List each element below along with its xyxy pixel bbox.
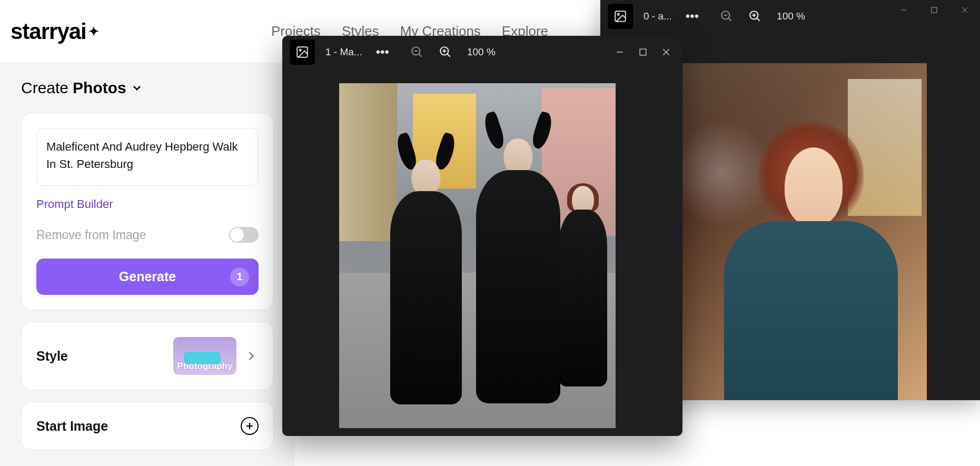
viewer2-title: 0 - a... — [644, 11, 672, 22]
add-start-image-button[interactable] — [241, 417, 259, 435]
prompt-card: Prompt Builder Remove from Image Generat… — [21, 113, 274, 310]
viewer1-app-icon[interactable] — [290, 39, 315, 65]
create-label: Create — [21, 79, 68, 97]
viewer1-title: 1 - Ma... — [325, 46, 362, 58]
close-button[interactable] — [949, 0, 980, 20]
viewer1-zoom-percent: 100 % — [467, 46, 496, 58]
generate-label: Generate — [119, 269, 176, 284]
minimize-icon — [900, 7, 907, 13]
maximize-icon — [639, 48, 647, 56]
image-icon — [295, 45, 309, 59]
viewer1-window-controls — [616, 48, 675, 56]
minimize-button[interactable] — [888, 0, 919, 20]
viewer1-image — [339, 83, 616, 428]
zoom-in-icon[interactable] — [748, 9, 762, 23]
chevron-right-icon — [244, 349, 259, 363]
prompt-input[interactable] — [36, 128, 259, 186]
svg-line-18 — [419, 54, 421, 56]
svg-point-3 — [618, 14, 619, 15]
svg-line-8 — [757, 18, 759, 21]
image-icon — [613, 9, 627, 23]
generate-count-badge: 1 — [230, 267, 249, 286]
viewer1-more-button[interactable]: ••• — [376, 45, 389, 60]
close-button[interactable] — [662, 48, 670, 56]
zoom-in-icon[interactable] — [439, 45, 452, 59]
create-subject: Photos — [73, 79, 126, 97]
create-mode-selector[interactable]: Create Photos — [21, 79, 274, 97]
svg-line-21 — [447, 54, 450, 56]
maximize-button[interactable] — [919, 0, 949, 20]
start-image-card[interactable]: Start Image — [21, 402, 274, 450]
close-icon — [962, 7, 968, 13]
app-logo[interactable]: starryai ✦ — [11, 19, 98, 44]
style-value: Photography — [177, 361, 233, 372]
svg-line-5 — [728, 18, 731, 21]
plus-icon — [245, 421, 254, 431]
close-icon — [662, 48, 670, 56]
zoom-out-icon[interactable] — [410, 45, 424, 59]
svg-point-16 — [300, 49, 301, 51]
minimize-icon — [616, 48, 623, 56]
viewer2-more-button[interactable]: ••• — [686, 9, 699, 24]
create-sidebar: Create Photos Prompt Builder Remove from… — [0, 63, 295, 466]
viewer2-window-controls — [888, 0, 980, 20]
style-thumbnail: Photography — [173, 337, 236, 375]
logo-text: starryai — [11, 19, 86, 44]
remove-label: Remove from Image — [36, 228, 146, 242]
chevron-down-icon — [131, 82, 143, 94]
svg-rect-25 — [640, 49, 646, 55]
style-label: Style — [36, 349, 68, 364]
prompt-builder-link[interactable]: Prompt Builder — [36, 197, 113, 211]
viewer2-zoom-percent: 100 % — [777, 11, 805, 22]
style-card[interactable]: Style Photography — [21, 322, 274, 390]
svg-rect-12 — [932, 7, 937, 13]
start-image-label: Start Image — [36, 419, 108, 434]
generate-button[interactable]: Generate 1 — [36, 259, 259, 295]
remove-toggle[interactable] — [229, 227, 259, 243]
viewer2-image — [664, 63, 927, 400]
minimize-button[interactable] — [616, 48, 623, 56]
viewer2-app-icon[interactable] — [608, 4, 633, 29]
maximize-icon — [931, 7, 937, 13]
image-viewer-window-1[interactable]: 1 - Ma... ••• 100 % — [282, 36, 682, 436]
viewer1-titlebar[interactable]: 1 - Ma... ••• 100 % — [282, 36, 682, 68]
maximize-button[interactable] — [639, 48, 647, 56]
remove-from-image-row: Remove from Image — [36, 227, 259, 243]
sparkle-icon: ✦ — [88, 24, 98, 39]
zoom-out-icon[interactable] — [720, 9, 734, 23]
